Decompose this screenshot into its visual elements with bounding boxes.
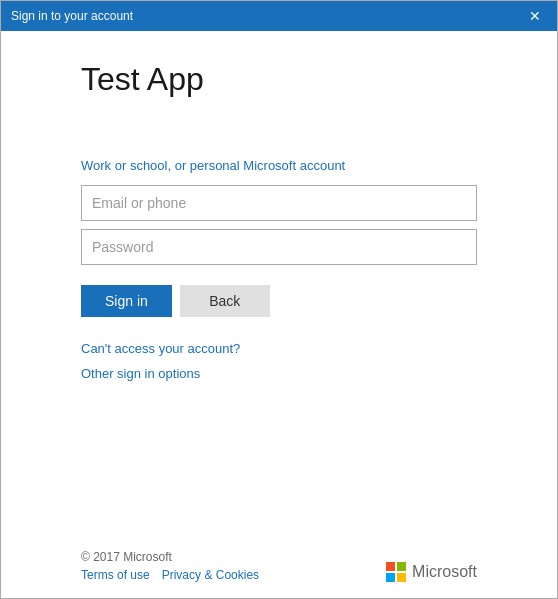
logo-yellow-square [397, 573, 406, 582]
action-buttons: Sign in Back [81, 285, 477, 317]
sign-in-window: Sign in to your account ✕ Test App Work … [0, 0, 558, 599]
close-button[interactable]: ✕ [523, 7, 547, 25]
subtitle-prefix: Work or school, or personal [81, 158, 243, 173]
terms-link[interactable]: Terms of use [81, 568, 150, 582]
back-button[interactable]: Back [180, 285, 270, 317]
subtitle-highlight: Microsoft [243, 158, 296, 173]
footer-left: © 2017 Microsoft Terms of use Privacy & … [81, 550, 259, 582]
microsoft-logo [386, 562, 406, 582]
cant-access-link[interactable]: Can't access your account? [81, 341, 477, 356]
sign-in-button[interactable]: Sign in [81, 285, 172, 317]
microsoft-name: Microsoft [412, 563, 477, 581]
password-input[interactable] [81, 229, 477, 265]
subtitle-text: Work or school, or personal Microsoft ac… [81, 158, 477, 173]
logo-red-square [386, 562, 395, 571]
microsoft-brand: Microsoft [386, 562, 477, 582]
app-title: Test App [81, 61, 477, 98]
logo-blue-square [386, 573, 395, 582]
logo-green-square [397, 562, 406, 571]
help-links: Can't access your account? Other sign in… [81, 341, 477, 389]
privacy-link[interactable]: Privacy & Cookies [162, 568, 259, 582]
email-input[interactable] [81, 185, 477, 221]
subtitle-suffix: account [296, 158, 345, 173]
title-bar-text: Sign in to your account [11, 9, 133, 23]
footer-links: Terms of use Privacy & Cookies [81, 568, 259, 582]
copyright-text: © 2017 Microsoft [81, 550, 259, 564]
title-bar: Sign in to your account ✕ [1, 1, 557, 31]
footer: © 2017 Microsoft Terms of use Privacy & … [1, 540, 557, 598]
other-options-link[interactable]: Other sign in options [81, 366, 477, 381]
main-content: Test App Work or school, or personal Mic… [1, 31, 557, 540]
